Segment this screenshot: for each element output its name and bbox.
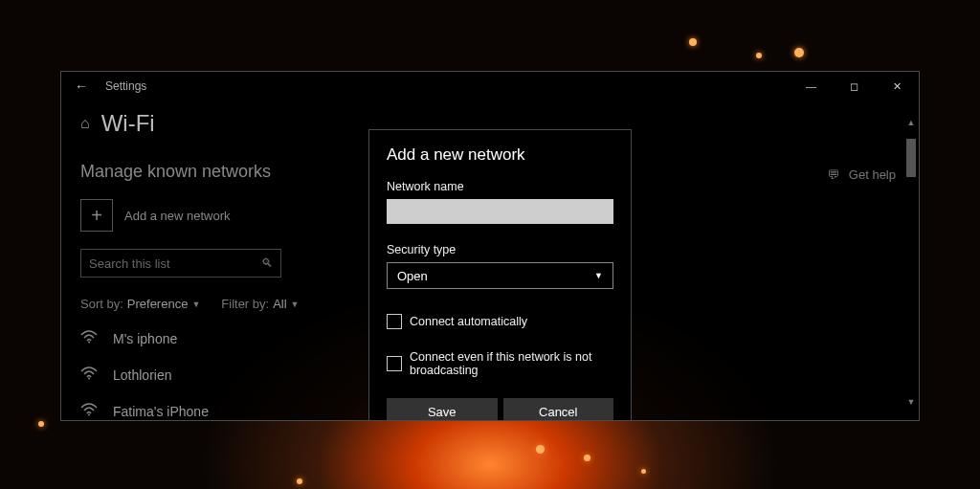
- filter-value: All: [273, 297, 286, 311]
- main-panel: ⌂ Wi-Fi Manage known networks + Add a ne…: [61, 100, 339, 420]
- section-title: Manage known networks: [80, 162, 320, 182]
- page-title: Wi-Fi: [101, 110, 155, 137]
- plus-icon: +: [80, 199, 113, 232]
- security-type-select[interactable]: Open ▼: [387, 262, 613, 289]
- wifi-icon: [80, 367, 100, 384]
- chevron-down-icon: ▼: [291, 300, 300, 309]
- chevron-down-icon: ▼: [594, 271, 603, 280]
- maximize-button[interactable]: ◻: [833, 72, 876, 100]
- sort-value: Preference: [127, 297, 189, 311]
- connect-auto-label: Connect automatically: [410, 315, 527, 328]
- network-name: M's iphone: [113, 331, 177, 346]
- window-controls: ― ◻ ✕: [790, 72, 919, 100]
- connect-auto-checkbox[interactable]: Connect automatically: [387, 314, 613, 329]
- connect-hidden-checkbox[interactable]: Connect even if this network is not broa…: [387, 350, 613, 377]
- scroll-up-icon[interactable]: ▲: [905, 118, 917, 129]
- close-button[interactable]: ✕: [876, 72, 919, 100]
- scrollbar-thumb[interactable]: [906, 139, 916, 177]
- wifi-icon: [80, 403, 100, 420]
- svg-point-2: [88, 414, 90, 416]
- network-list-item[interactable]: Fatima's iPhone: [80, 403, 320, 420]
- scrollbar[interactable]: ▲ ▼: [905, 129, 917, 397]
- scroll-down-icon[interactable]: ▼: [905, 397, 917, 409]
- chevron-down-icon: ▼: [191, 300, 200, 309]
- search-box[interactable]: 🔍︎: [80, 249, 281, 278]
- filter-label: Filter by:: [221, 297, 269, 311]
- add-network-button[interactable]: + Add a new network: [80, 199, 320, 232]
- help-icon: 💬︎: [827, 167, 839, 182]
- cancel-button[interactable]: Cancel: [503, 398, 614, 420]
- page-header: ⌂ Wi-Fi: [80, 110, 320, 137]
- checkbox-icon: [387, 314, 402, 329]
- minimize-button[interactable]: ―: [790, 72, 833, 100]
- network-name: Lothlorien: [113, 367, 172, 383]
- settings-window: ← Settings ― ◻ ✕ ⌂ Wi-Fi Manage known ne…: [60, 71, 920, 421]
- add-network-label: Add a new network: [124, 209, 231, 223]
- network-name: Fatima's iPhone: [113, 404, 209, 419]
- help-label: Get help: [849, 167, 896, 182]
- wifi-icon: [80, 330, 100, 347]
- window-content: ⌂ Wi-Fi Manage known networks + Add a ne…: [61, 100, 919, 420]
- security-type-label: Security type: [387, 243, 613, 256]
- network-name-input[interactable]: [387, 199, 613, 224]
- network-list-item[interactable]: M's iphone: [80, 330, 320, 347]
- checkbox-icon: [387, 356, 402, 371]
- sort-label: Sort by:: [80, 297, 123, 311]
- sort-by-dropdown[interactable]: Sort by: Preference ▼: [80, 297, 200, 311]
- help-link[interactable]: 💬︎ Get help: [827, 167, 896, 182]
- titlebar: ← Settings ― ◻ ✕: [61, 72, 919, 100]
- filter-by-dropdown[interactable]: Filter by: All ▼: [221, 297, 299, 311]
- back-button[interactable]: ←: [75, 78, 88, 94]
- svg-point-1: [88, 378, 90, 380]
- network-list-item[interactable]: Lothlorien: [80, 367, 320, 384]
- connect-hidden-label: Connect even if this network is not broa…: [410, 350, 613, 377]
- svg-point-0: [88, 342, 90, 344]
- app-title: Settings: [105, 79, 790, 93]
- sort-filter-row: Sort by: Preference ▼ Filter by: All ▼: [80, 297, 320, 311]
- network-name-label: Network name: [387, 180, 613, 193]
- dialog-buttons: Save Cancel: [387, 398, 613, 420]
- search-icon[interactable]: 🔍︎: [261, 256, 273, 270]
- security-type-value: Open: [397, 269, 428, 283]
- search-input[interactable]: [89, 256, 261, 271]
- save-button[interactable]: Save: [387, 398, 498, 420]
- add-network-dialog: Add a new network Network name Security …: [368, 129, 632, 420]
- dialog-title: Add a new network: [387, 145, 613, 165]
- home-icon[interactable]: ⌂: [80, 115, 90, 132]
